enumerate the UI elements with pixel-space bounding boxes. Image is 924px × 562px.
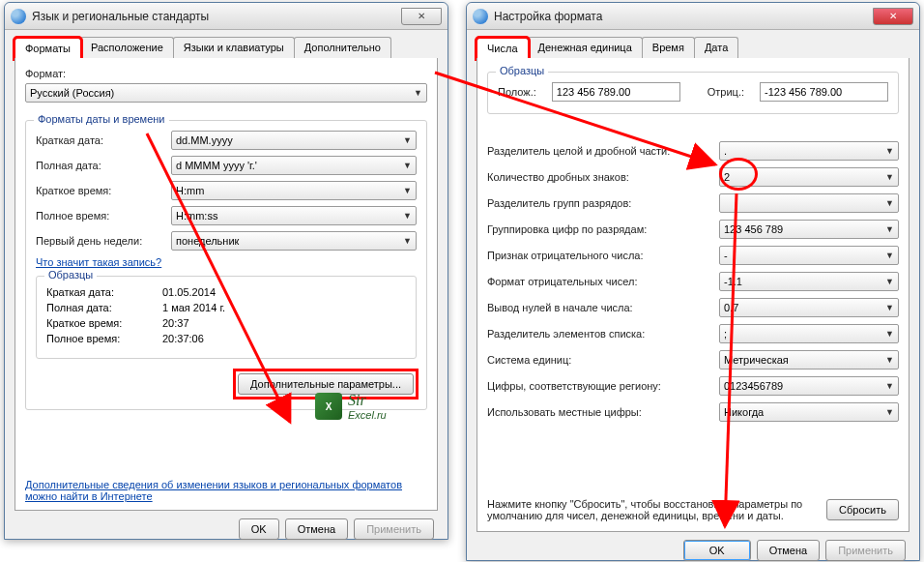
- format-value: Русский (Россия): [30, 87, 114, 99]
- sample-long-time-label: Полное время:: [46, 333, 162, 344]
- native-digits-label: Использовать местные цифры:: [487, 406, 719, 418]
- measurement-combo[interactable]: Метрическая▼: [719, 350, 899, 370]
- apply-button[interactable]: Применить: [825, 540, 906, 561]
- positive-label: Полож.:: [498, 86, 536, 98]
- more-info-link[interactable]: Дополнительные сведения об изменении язы…: [25, 479, 402, 502]
- watermark-logo: X Sir Excel.ru: [315, 392, 387, 421]
- chevron-down-icon: ▼: [885, 172, 894, 182]
- chevron-down-icon: ▼: [403, 186, 412, 195]
- close-icon: ✕: [889, 11, 897, 21]
- chevron-down-icon: ▼: [885, 277, 894, 286]
- window-title: Язык и региональные стандарты: [32, 10, 401, 23]
- format-combo[interactable]: Русский (Россия) ▼: [25, 83, 427, 103]
- long-time-combo[interactable]: H:mm:ss▼: [171, 206, 417, 225]
- neg-format-combo[interactable]: -1.1▼: [719, 272, 899, 291]
- chevron-down-icon: ▼: [885, 355, 894, 365]
- tab-currency[interactable]: Денежная единица: [528, 37, 643, 58]
- tab-date[interactable]: Дата: [694, 37, 738, 58]
- list-sep-label: Разделитель элементов списка:: [487, 328, 719, 340]
- samples-group-title: Образцы: [496, 65, 548, 76]
- chevron-down-icon: ▼: [885, 251, 894, 260]
- short-date-combo[interactable]: dd.MM.yyyy▼: [171, 131, 417, 150]
- tab-location[interactable]: Расположение: [80, 37, 174, 58]
- tab-advanced[interactable]: Дополнительно: [294, 37, 391, 58]
- negative-label: Отриц.:: [707, 86, 744, 98]
- measurement-label: Система единиц:: [487, 354, 719, 366]
- datetime-group: Форматы даты и времени Краткая дата:dd.M…: [25, 120, 427, 410]
- sample-long-time-value: 20:37:06: [162, 333, 204, 344]
- close-icon: ✕: [418, 11, 425, 21]
- close-button[interactable]: ✕: [873, 8, 913, 25]
- leading-zero-label: Вывод нулей в начале числа:: [487, 302, 719, 313]
- sample-long-date-label: Полная дата:: [46, 302, 162, 313]
- tab-formats[interactable]: Форматы: [14, 38, 81, 59]
- chevron-down-icon: ▼: [414, 88, 422, 98]
- tab-time[interactable]: Время: [642, 37, 695, 58]
- chevron-down-icon: ▼: [885, 224, 894, 234]
- digit-grouping-combo[interactable]: 123 456 789▼: [719, 220, 899, 239]
- sample-short-time-label: Краткое время:: [46, 317, 162, 329]
- first-day-label: Первый день недели:: [36, 235, 171, 247]
- decimal-sep-combo[interactable]: .▼: [719, 141, 899, 161]
- long-date-combo[interactable]: d MMMM yyyy 'г.'▼: [171, 156, 417, 175]
- chevron-down-icon: ▼: [885, 407, 894, 417]
- close-button[interactable]: ✕: [401, 8, 442, 25]
- chevron-down-icon: ▼: [403, 211, 412, 221]
- notation-link[interactable]: Что значит такая запись?: [36, 256, 161, 268]
- ok-button[interactable]: OK: [239, 518, 279, 540]
- native-digits-combo[interactable]: Никогда▼: [719, 402, 899, 422]
- region-window: Язык и региональные стандарты ✕ Форматы …: [4, 2, 448, 540]
- apply-button[interactable]: Применить: [354, 518, 434, 540]
- samples-group: Образцы Краткая дата:01.05.2014 Полная д…: [36, 276, 417, 359]
- tab-keyboards[interactable]: Языки и клавиатуры: [173, 37, 295, 58]
- excel-icon: X: [315, 393, 342, 420]
- decimal-digits-label: Количество дробных знаков:: [487, 171, 719, 183]
- group-sep-combo[interactable]: ▼: [719, 193, 899, 213]
- standard-digits-combo[interactable]: 0123456789▼: [719, 376, 899, 396]
- datetime-group-title: Форматы даты и времени: [34, 113, 169, 125]
- titlebar[interactable]: Язык и региональные стандарты ✕: [5, 3, 448, 30]
- globe-icon: [11, 9, 26, 24]
- neg-format-label: Формат отрицательных чисел:: [487, 276, 719, 287]
- ok-button[interactable]: OK: [683, 540, 751, 561]
- globe-icon: [473, 9, 488, 24]
- tab-strip: Числа Денежная единица Время Дата: [476, 37, 910, 59]
- samples-group-title: Образцы: [44, 269, 97, 281]
- list-sep-combo[interactable]: ;▼: [719, 324, 899, 343]
- tab-strip: Форматы Расположение Языки и клавиатуры …: [14, 37, 438, 59]
- samples-group: Образцы Полож.: 123 456 789.00 Отриц.: -…: [487, 72, 899, 114]
- chevron-down-icon: ▼: [885, 381, 894, 391]
- short-time-combo[interactable]: H:mm▼: [171, 181, 417, 200]
- short-date-label: Краткая дата:: [36, 134, 171, 146]
- window-title: Настройка формата: [494, 10, 873, 23]
- sample-long-date-value: 1 мая 2014 г.: [162, 302, 225, 313]
- chevron-down-icon: ▼: [885, 329, 894, 339]
- chevron-down-icon: ▼: [403, 161, 412, 170]
- long-time-label: Полное время:: [36, 210, 171, 222]
- long-date-label: Полная дата:: [36, 160, 171, 171]
- first-day-combo[interactable]: понедельник▼: [171, 231, 417, 251]
- chevron-down-icon: ▼: [403, 236, 412, 246]
- reset-button[interactable]: Сбросить: [826, 499, 899, 520]
- tab-numbers[interactable]: Числа: [476, 38, 529, 59]
- reset-hint: Нажмите кнопку "Сбросить", чтобы восстан…: [487, 498, 815, 521]
- format-label: Формат:: [25, 68, 427, 79]
- neg-sign-combo[interactable]: -▼: [719, 246, 899, 265]
- neg-sign-label: Признак отрицательного числа:: [487, 250, 719, 261]
- decimal-sep-label: Разделитель целой и дробной части:: [487, 145, 719, 157]
- chevron-down-icon: ▼: [403, 135, 412, 145]
- titlebar[interactable]: Настройка формата ✕: [467, 3, 919, 30]
- sample-short-time-value: 20:37: [162, 317, 189, 329]
- positive-sample: 123 456 789.00: [552, 82, 680, 102]
- decimal-digits-combo[interactable]: 2▼: [719, 167, 899, 187]
- cancel-button[interactable]: Отмена: [757, 540, 820, 561]
- customize-format-window: Настройка формата ✕ Числа Денежная едини…: [466, 2, 920, 561]
- chevron-down-icon: ▼: [885, 198, 894, 208]
- short-time-label: Краткое время:: [36, 185, 171, 196]
- standard-digits-label: Цифры, соответствующие региону:: [487, 380, 719, 392]
- negative-sample: -123 456 789.00: [760, 82, 888, 102]
- sample-short-date-value: 01.05.2014: [162, 286, 216, 298]
- leading-zero-combo[interactable]: 0.7▼: [719, 298, 899, 317]
- cancel-button[interactable]: Отмена: [285, 518, 348, 540]
- group-sep-label: Разделитель групп разрядов:: [487, 197, 719, 209]
